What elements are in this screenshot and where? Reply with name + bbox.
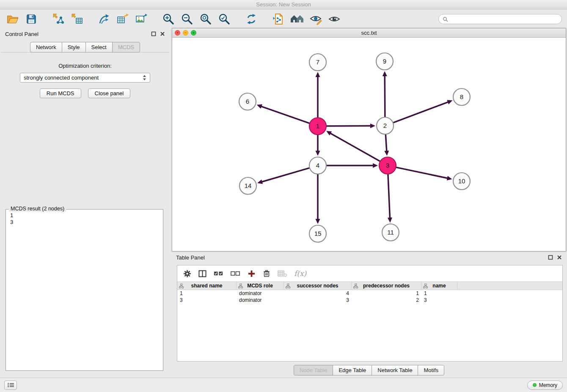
edge-arrow-icon: [316, 72, 320, 77]
zoom-in-button[interactable]: [161, 11, 176, 27]
import-table-button[interactable]: [69, 11, 85, 27]
graphics-details-button[interactable]: [308, 11, 323, 27]
mcds-result-list: 13: [6, 210, 163, 226]
column-header-label: successor nodes: [297, 283, 338, 289]
show-columns-button[interactable]: [198, 270, 206, 278]
close-table-panel-button[interactable]: [557, 255, 562, 260]
column-header-predecessor-nodes[interactable]: predecessor nodes: [352, 282, 421, 290]
delete-table-button[interactable]: [278, 270, 287, 277]
control-panel-tabstrip: NetworkStyleSelectMCDS: [1, 41, 169, 52]
import-network-icon: [52, 13, 65, 25]
task-history-button[interactable]: [4, 381, 17, 390]
close-panel-action-button[interactable]: Close panel: [88, 88, 131, 98]
column-header-shared-name[interactable]: shared name: [177, 282, 237, 290]
create-column-button[interactable]: [248, 270, 256, 278]
edge-arrow-icon: [447, 100, 452, 104]
export-table-button[interactable]: [115, 11, 130, 27]
table-cell: 3: [284, 297, 352, 304]
edge-arrow-icon: [257, 104, 262, 108]
edge-arrow-icon: [384, 151, 389, 156]
table-tabs: Node TableEdge TableNetwork TableMotifs: [172, 365, 566, 375]
save-session-button[interactable]: [24, 11, 39, 27]
close-panel-button[interactable]: [160, 31, 165, 36]
export-network-button[interactable]: [96, 11, 112, 27]
main-toolbar: [0, 9, 567, 29]
show-hide-button[interactable]: [327, 11, 342, 27]
dropdown-selected-value: strongly connected component: [24, 75, 99, 81]
control-panel-title: Control Panel: [5, 31, 39, 37]
refresh-button[interactable]: [244, 11, 259, 27]
home-view-button[interactable]: [289, 11, 305, 27]
open-session-button[interactable]: [5, 11, 20, 27]
tab-select[interactable]: Select: [85, 42, 113, 52]
column-edit-icon: [179, 284, 184, 288]
home-pair-icon: [290, 14, 304, 25]
table-cell: dominator: [237, 290, 284, 297]
tab-motifs[interactable]: Motifs: [418, 365, 444, 375]
network-canvas[interactable]: 7968124314101511: [172, 38, 566, 251]
search-input[interactable]: [450, 16, 558, 22]
column-header-mcds-role[interactable]: MCDS role: [237, 282, 284, 290]
column-header-successor-nodes[interactable]: successor nodes: [284, 282, 352, 290]
mcds-result-line: 1: [6, 212, 163, 219]
node-label: 3: [386, 162, 389, 169]
edge-2-9[interactable]: [385, 76, 385, 117]
network-canvas-area[interactable]: 7968124314101511: [172, 38, 566, 251]
close-window-button[interactable]: ×: [175, 30, 180, 36]
float-panel-button[interactable]: [151, 31, 156, 36]
tab-mcds[interactable]: MCDS: [112, 42, 140, 52]
run-mcds-button[interactable]: Run MCDS: [40, 88, 81, 98]
column-header-name[interactable]: name: [421, 282, 457, 290]
edge-3-11[interactable]: [388, 174, 390, 218]
control-panel-tabs: NetworkStyleSelectMCDS: [1, 42, 169, 52]
edge-1-2[interactable]: [327, 126, 370, 126]
tab-edge-table[interactable]: Edge Table: [333, 365, 372, 375]
search-icon: [443, 17, 448, 22]
zoom-out-button[interactable]: [179, 11, 195, 27]
zoom-selected-button[interactable]: [217, 11, 232, 27]
tab-style[interactable]: Style: [62, 42, 86, 52]
table-cell: 3: [421, 297, 457, 304]
memory-button[interactable]: Memory: [527, 381, 563, 390]
minimize-window-button[interactable]: −: [183, 30, 188, 36]
edge-2-3[interactable]: [385, 135, 386, 151]
eye-icon: [328, 13, 341, 25]
table-row[interactable]: 1dominator411: [177, 290, 562, 297]
select-all-columns-button[interactable]: [214, 270, 223, 277]
table-cell: 3: [177, 297, 237, 304]
tab-network[interactable]: Network: [30, 42, 62, 52]
gear-icon: [183, 270, 191, 278]
column-edit-icon: [238, 284, 243, 288]
tab-network-table[interactable]: Network Table: [372, 365, 418, 375]
edge-2-8[interactable]: [394, 102, 448, 122]
table-cell: 1: [421, 290, 457, 297]
table-header-row: shared nameMCDS rolesuccessor nodesprede…: [177, 282, 562, 290]
column-header-label: MCDS role: [247, 283, 273, 289]
table-settings-button[interactable]: [183, 270, 191, 278]
edge-1-6[interactable]: [261, 107, 309, 124]
export-image-button[interactable]: [134, 11, 149, 27]
maximize-window-button[interactable]: +: [191, 30, 196, 36]
delete-column-button[interactable]: [263, 269, 270, 278]
deselect-all-columns-button[interactable]: [231, 270, 240, 277]
optimization-criterion-dropdown[interactable]: strongly connected component: [20, 73, 150, 83]
search-box[interactable]: [438, 14, 562, 24]
table-row[interactable]: 3dominator323: [177, 297, 562, 304]
function-builder-button[interactable]: f(x): [294, 269, 306, 278]
import-network-button[interactable]: [51, 11, 66, 27]
open-folder-icon: [6, 13, 19, 25]
table-cell: dominator: [237, 297, 284, 304]
edge-3-10[interactable]: [396, 167, 447, 178]
edge-4-14[interactable]: [262, 168, 309, 182]
clone-network-button[interactable]: [271, 11, 286, 27]
node-label: 1: [316, 122, 319, 130]
zoom-in-icon: [162, 13, 175, 25]
tab-node-table[interactable]: Node Table: [294, 365, 333, 375]
zoom-fit-button[interactable]: [198, 11, 213, 27]
node-label: 14: [245, 182, 252, 189]
network-window-titlebar[interactable]: scc.txt × − +: [172, 28, 566, 38]
edge-3-1[interactable]: [330, 133, 380, 161]
column-edit-icon: [286, 284, 290, 288]
table-panel-title: Table Panel: [176, 254, 205, 261]
float-table-panel-button[interactable]: [548, 255, 553, 260]
